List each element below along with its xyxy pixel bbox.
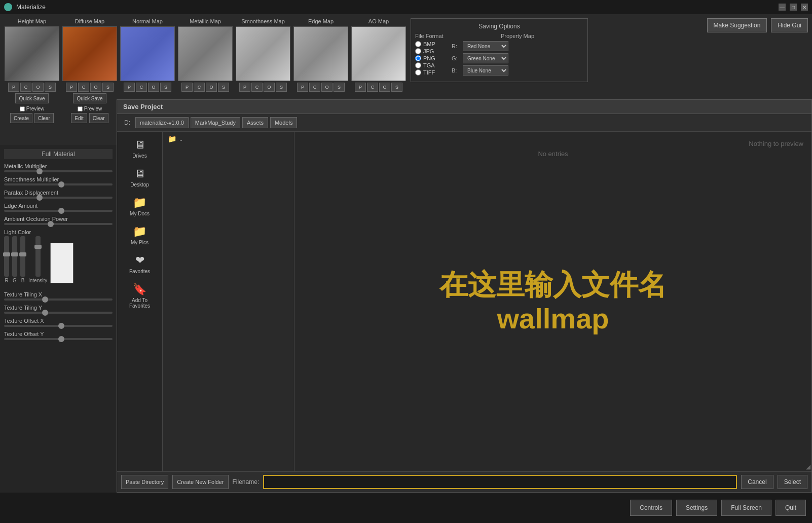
intensity-slider[interactable] [35,236,41,277]
edge-map-c-btn[interactable]: C [309,83,320,92]
ao-power-track[interactable] [4,223,113,225]
diffuse-edit-btn[interactable]: Edit [71,113,87,123]
normal-map-c-btn[interactable]: C [136,83,147,92]
make-suggestion-button[interactable]: Make Suggestion [707,18,767,32]
resize-handle[interactable]: ◢ [806,463,810,470]
texture-offset-x-thumb[interactable] [58,323,64,329]
normal-map-thumb[interactable] [120,26,175,81]
b-thumb[interactable] [19,252,26,256]
filename-input[interactable] [263,475,737,489]
sidebar-drives[interactable]: 🖥 Drives [120,136,160,161]
diffuse-quick-save-btn[interactable]: Quick Save [73,93,106,103]
quit-button[interactable]: Quit [776,500,806,516]
ao-power-thumb[interactable] [48,221,54,227]
normal-map-p-btn[interactable]: P [124,83,135,92]
format-tiff-radio[interactable] [415,69,421,76]
diffuse-preview-checkbox[interactable] [78,106,83,111]
metallic-map-thumb[interactable] [178,26,233,81]
hide-gui-button[interactable]: Hide Gui [771,18,808,32]
diffuse-map-s-btn[interactable]: S [102,83,114,92]
metallic-multiplier-track[interactable] [4,170,113,172]
breadcrumb-item-3[interactable]: Models [270,117,297,128]
controls-button[interactable]: Controls [630,500,672,516]
paste-directory-button[interactable]: Paste Directory [121,475,168,489]
texture-tiling-y-track[interactable] [4,312,113,314]
metallic-map-o-btn[interactable]: O [206,83,217,92]
diffuse-map-o-btn[interactable]: O [90,83,101,92]
edge-map-thumb[interactable] [293,26,348,81]
metallic-map-c-btn[interactable]: C [194,83,205,92]
full-screen-button[interactable]: Full Screen [721,500,771,516]
close-button[interactable]: ✕ [801,4,808,11]
texture-tiling-x-track[interactable] [4,298,113,301]
edge-amount-thumb[interactable] [58,208,64,214]
smoothness-map-thumb[interactable] [236,26,290,81]
texture-tiling-x-thumb[interactable] [42,296,48,303]
breadcrumb-item-2[interactable]: Assets [242,117,268,128]
texture-offset-y-track[interactable] [4,338,113,340]
edge-map-p-btn[interactable]: P [297,83,308,92]
maximize-button[interactable]: □ [790,4,797,11]
height-quick-save-btn[interactable]: Quick Save [15,93,48,103]
parent-directory-item[interactable]: 📁 .. [163,132,294,146]
edge-amount-track[interactable] [4,210,113,212]
height-map-thumb[interactable] [5,26,59,81]
format-png-radio[interactable] [415,55,421,61]
edge-map-o-btn[interactable]: O [321,83,333,92]
ao-map-o-btn[interactable]: O [379,83,390,92]
channel-g-select[interactable]: Green None [463,53,508,63]
sidebar-desktop[interactable]: 🖥 Desktop [120,165,160,190]
r-slider[interactable] [4,236,9,277]
parallax-track[interactable] [4,197,113,199]
smoothness-multiplier-thumb[interactable] [58,181,64,188]
r-thumb[interactable] [3,252,10,256]
diffuse-map-p-btn[interactable]: P [66,83,77,92]
smoothness-multiplier-track[interactable] [4,183,113,185]
minimize-button[interactable]: — [779,4,786,11]
settings-button[interactable]: Settings [676,500,717,516]
channel-b-select[interactable]: Blue None [463,65,508,76]
smoothness-map-o-btn[interactable]: O [264,83,275,92]
g-thumb[interactable] [11,252,18,256]
height-clear-btn[interactable]: Clear [34,113,54,123]
normal-map-s-btn[interactable]: S [160,83,171,92]
metallic-map-p-btn[interactable]: P [181,83,193,92]
height-create-btn[interactable]: Create [10,113,32,123]
height-map-o-btn[interactable]: O [32,83,44,92]
edge-map-s-btn[interactable]: S [334,83,345,92]
texture-offset-y-thumb[interactable] [58,336,64,342]
smoothness-map-p-btn[interactable]: P [239,83,250,92]
sidebar-my-docs[interactable]: 📁 My Docs [120,194,160,218]
g-slider[interactable] [12,236,17,277]
texture-offset-x-track[interactable] [4,325,113,327]
metallic-multiplier-thumb[interactable] [36,168,43,174]
smoothness-map-s-btn[interactable]: S [276,83,287,92]
ao-map-p-btn[interactable]: P [355,83,366,92]
format-tga-radio[interactable] [415,62,421,68]
diffuse-map-thumb[interactable] [62,26,117,81]
format-bmp-radio[interactable] [415,41,421,47]
channel-r-select[interactable]: Red None [463,41,508,51]
height-map-p-btn[interactable]: P [8,83,19,92]
diffuse-clear-btn[interactable]: Clear [89,113,108,123]
cancel-button[interactable]: Cancel [741,475,773,489]
b-slider[interactable] [20,236,25,277]
smoothness-map-c-btn[interactable]: C [251,83,263,92]
select-button[interactable]: Select [778,475,807,489]
sidebar-favorites[interactable]: ❤ Favorites [120,251,160,276]
sidebar-my-pics[interactable]: 📁 My Pics [120,222,160,247]
metallic-map-s-btn[interactable]: S [218,83,229,92]
breadcrumb-item-1[interactable]: MarkMap_Study [191,117,240,128]
texture-tiling-y-thumb[interactable] [42,310,48,316]
ao-map-c-btn[interactable]: C [367,83,378,92]
format-jpg-radio[interactable] [415,48,421,54]
ao-map-thumb[interactable] [351,26,406,81]
diffuse-map-c-btn[interactable]: C [78,83,89,92]
ao-map-s-btn[interactable]: S [391,83,402,92]
parallax-thumb[interactable] [36,195,43,201]
height-map-c-btn[interactable]: C [20,83,31,92]
sidebar-add-favorites[interactable]: 🔖 Add To Favorites [120,280,160,311]
intensity-thumb[interactable] [34,245,42,249]
height-preview-checkbox[interactable] [20,106,25,111]
breadcrumb-item-0[interactable]: materialize-v1.0.0 [135,117,189,128]
